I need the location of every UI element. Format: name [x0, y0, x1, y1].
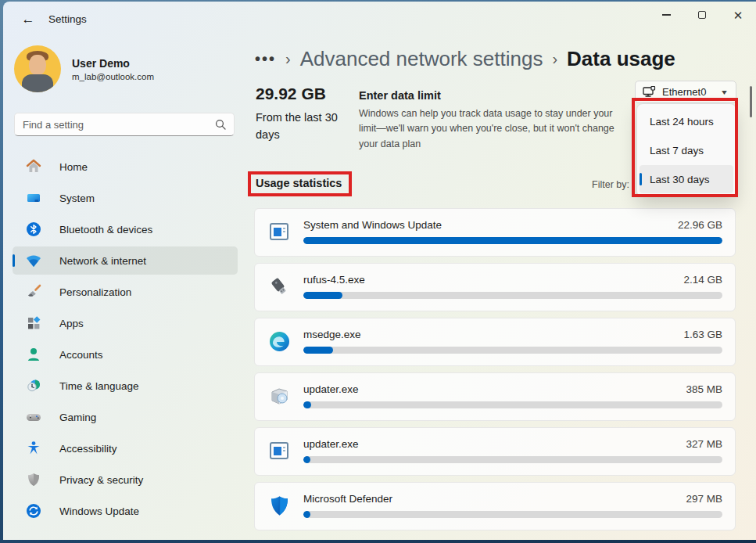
maximize-icon [698, 11, 706, 19]
breadcrumb: ••• › Advanced network settings › Data u… [255, 47, 675, 71]
search-icon [215, 119, 226, 130]
sidebar-item-bluetooth[interactable]: Bluetooth & devices [13, 215, 238, 243]
sidebar-item-accessibility[interactable]: Accessibility [13, 434, 238, 462]
usage-row: updater.exe 385 MB [254, 372, 736, 421]
sidebar-item-windows-update[interactable]: Windows Update [13, 497, 238, 525]
minimize-button[interactable] [648, 2, 684, 28]
usage-progress-fill [303, 511, 310, 518]
page-title: Data usage [567, 47, 675, 71]
paintbrush-icon [25, 283, 42, 300]
usage-app-value: 2.14 GB [683, 274, 722, 286]
usage-app-value: 1.63 GB [683, 329, 722, 340]
usage-progress-track [303, 292, 722, 299]
usage-progress-track [303, 401, 722, 408]
usage-app-name: System and Windows Update [303, 219, 442, 231]
data-limit-description: Windows can help you track data usage to… [359, 106, 626, 152]
edge-browser-icon [267, 329, 291, 353]
desktop-background: ← Settings ✕ User Demo m_lab@outlook.com [0, 0, 756, 543]
wifi-icon [25, 252, 42, 269]
sidebar-item-label: Time & language [59, 380, 139, 392]
data-limit-title: Enter data limit [359, 89, 441, 102]
total-usage-value: 29.92 GB [256, 85, 326, 103]
sidebar-item-label: Accounts [59, 349, 103, 361]
user-name: User Demo [72, 57, 154, 70]
usage-progress-track [303, 347, 722, 354]
user-profile[interactable]: User Demo m_lab@outlook.com [14, 45, 154, 92]
sidebar-item-label: Accessibility [59, 443, 117, 455]
window-app-icon [267, 439, 291, 462]
usage-progress-fill [303, 401, 311, 408]
installer-icon [267, 384, 291, 408]
search-input[interactable] [23, 119, 215, 131]
sidebar-item-time-language[interactable]: Time & language [13, 372, 238, 400]
chevron-right-icon: › [552, 50, 557, 68]
sidebar-item-label: Personalization [59, 286, 131, 298]
usage-progress-fill [303, 237, 722, 244]
usage-app-value: 327 MB [686, 438, 722, 450]
filter-option-last-24-hours[interactable]: Last 24 hours [640, 107, 733, 135]
sidebar-item-home[interactable]: Home [13, 153, 238, 181]
sidebar-item-network-internet[interactable]: Network & internet [13, 246, 238, 275]
usb-drive-icon [267, 275, 291, 298]
filter-option-last-30-days[interactable]: Last 30 days [640, 165, 733, 193]
sidebar-item-label: System [59, 192, 95, 204]
usage-progress-fill [303, 456, 310, 463]
adapter-dropdown-button[interactable]: Ethernet0 ▼ [635, 81, 736, 103]
usage-progress-track [303, 237, 722, 244]
bluetooth-icon [25, 221, 42, 238]
maximize-button[interactable] [684, 2, 720, 28]
breadcrumb-ellipsis-button[interactable]: ••• [255, 50, 276, 68]
back-button[interactable]: ← [16, 9, 41, 30]
shield-icon [25, 471, 42, 488]
main-content: ••• › Advanced network settings › Data u… [245, 36, 756, 540]
chevron-down-icon: ▼ [720, 88, 729, 96]
usage-app-name: rufus-4.5.exe [303, 274, 365, 286]
sidebar-item-label: Bluetooth & devices [59, 224, 152, 236]
filter-dropdown-menu: Last 24 hours Last 7 days Last 30 days [636, 103, 736, 197]
sidebar-item-gaming[interactable]: Gaming [13, 403, 238, 431]
usage-app-name: updater.exe [303, 438, 359, 450]
usage-app-name: updater.exe [303, 383, 359, 395]
usage-list: System and Windows Update 22.96 GB rufus… [254, 208, 736, 537]
usage-row: rufus-4.5.exe 2.14 GB [254, 263, 736, 311]
close-button[interactable]: ✕ [720, 2, 756, 28]
avatar [14, 45, 61, 92]
apps-icon [25, 315, 42, 332]
usage-row: updater.exe 327 MB [254, 427, 736, 476]
filter-option-last-7-days[interactable]: Last 7 days [640, 136, 733, 164]
usage-app-name: msedge.exe [303, 329, 361, 340]
sidebar-item-label: Home [59, 161, 88, 173]
usage-app-value: 297 MB [686, 493, 722, 505]
search-box[interactable] [14, 113, 235, 136]
titlebar: ← Settings ✕ [3, 2, 756, 36]
sidebar-item-label: Apps [59, 318, 84, 329]
usage-progress-track [303, 511, 722, 518]
sidebar-item-label: Gaming [59, 412, 96, 423]
home-icon [25, 158, 42, 175]
user-email: m_lab@outlook.com [72, 72, 154, 81]
sidebar-item-label: Windows Update [59, 505, 139, 517]
person-icon [25, 346, 42, 363]
sidebar-item-privacy-security[interactable]: Privacy & security [13, 466, 238, 494]
breadcrumb-parent-link[interactable]: Advanced network settings [300, 47, 543, 71]
defender-icon [267, 494, 291, 517]
clock-globe-icon [25, 377, 42, 394]
usage-app-value: 385 MB [686, 383, 722, 395]
scrollbar[interactable] [750, 86, 752, 117]
sidebar-item-label: Privacy & security [59, 474, 143, 486]
accessibility-person-icon [25, 440, 42, 457]
usage-row: msedge.exe 1.63 GB [254, 318, 736, 366]
window-app-icon [267, 220, 291, 243]
sidebar-nav: Home System Bluetooth & devices Network … [13, 153, 238, 528]
sidebar-item-personalization[interactable]: Personalization [13, 278, 238, 306]
usage-row: Microsoft Defender 297 MB [254, 482, 736, 530]
filter-by-label: Filter by: [592, 179, 629, 190]
sidebar-item-label: Network & internet [59, 255, 146, 267]
usage-app-name: Microsoft Defender [303, 493, 392, 505]
chevron-right-icon: › [285, 50, 291, 68]
sidebar-item-system[interactable]: System [13, 184, 238, 212]
sidebar-item-accounts[interactable]: Accounts [13, 340, 238, 369]
adapter-name: Ethernet0 [662, 86, 714, 98]
minimize-icon [662, 14, 671, 15]
sidebar-item-apps[interactable]: Apps [13, 309, 238, 337]
